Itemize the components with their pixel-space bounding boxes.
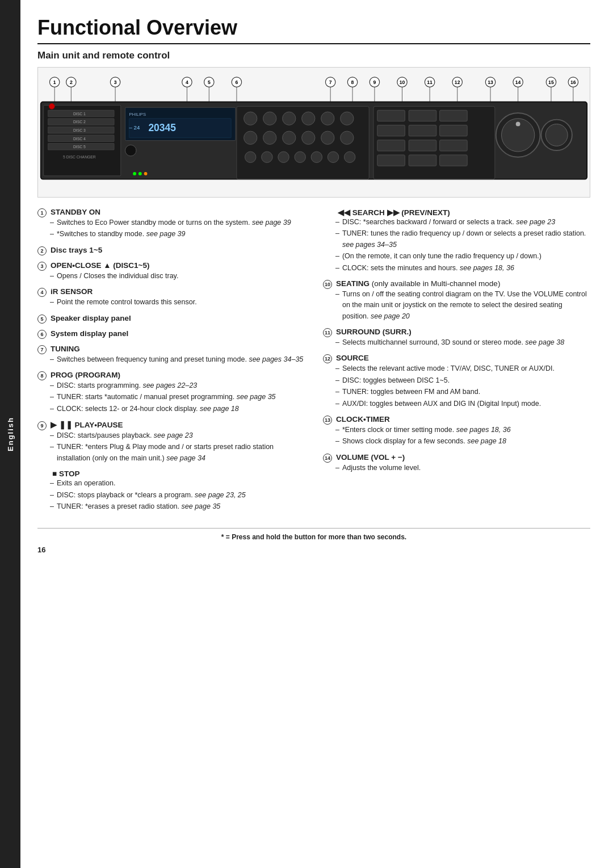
svg-point-76 [283,131,296,144]
svg-text:15: 15 [548,79,554,85]
stop-body: Exits an operation. DISC: stops playback… [37,478,305,512]
num-11: 11 [323,328,332,337]
num-2: 2 [37,246,47,255]
svg-text:7: 7 [329,79,332,85]
section-heading: Main unit and remote control [37,50,590,61]
svg-rect-91 [377,125,405,136]
num-10: 10 [323,280,332,289]
sidebar: English [0,0,20,868]
surround-label: SURROUND (SURR.) [336,328,412,336]
num-3: 3 [37,262,47,271]
sidebar-language-label: English [6,417,15,451]
feature-stop: ■ STOP Exits an operation. DISC: stops p… [37,469,305,512]
feature-title-seating: 10 SEATING (only available in Multi-chan… [323,279,590,289]
feature-title-tuning: 7 TUNING [37,345,305,354]
svg-point-108 [144,172,148,175]
tuning-body: Switches between frequency tuning and pr… [37,354,305,365]
num-5: 5 [37,315,47,324]
num-13: 13 [323,416,332,425]
svg-text:16: 16 [570,79,576,85]
svg-point-69 [263,112,276,125]
ir-label: iR SENSOR [51,287,93,296]
volume-label: VOLUME (VOL + −) [336,453,405,462]
search-item-1: DISC: *searches backward / forward or se… [335,217,590,228]
svg-point-79 [341,131,354,144]
svg-text:3: 3 [114,79,117,85]
feature-source: 12 SOURCE Selects the relevant active mo… [323,354,590,409]
feature-surround: 11 SURROUND (SURR.) Selects multichannel… [323,328,590,348]
svg-rect-94 [377,140,405,151]
svg-point-73 [341,112,354,125]
page-number: 16 [37,546,590,554]
num-9: 9 [37,421,47,430]
feature-seating: 10 SEATING (only available in Multi-chan… [323,279,590,322]
left-column: 1 STANDBY ON Switches to Eco Power stand… [37,208,305,518]
svg-text:DISC 3: DISC 3 [73,128,86,132]
svg-text:4: 4 [186,79,188,85]
num-7: 7 [37,345,47,354]
feature-system-display: 6 System display panel [37,329,305,339]
feature-title-speaker: 5 Speaker display panel [37,314,305,324]
feature-title-surround: 11 SURROUND (SURR.) [323,328,590,337]
search-body: DISC: *searches backward / forward or se… [323,217,590,274]
volume-item-1: Adjusts the volume level. [335,463,590,473]
prog-item-3: CLOCK: selects 12- or 24-hour clock disp… [50,404,305,414]
svg-text:12: 12 [455,79,460,85]
stop-item-1: Exits an operation. [50,478,305,489]
svg-text:9: 9 [373,79,376,85]
svg-point-68 [244,112,257,125]
svg-rect-89 [409,110,436,121]
num-4: 4 [37,288,47,297]
source-body: Selects the relevant active mode : TV/AV… [323,363,590,409]
svg-point-61 [49,103,54,109]
source-item-3: TUNER: toggles between FM and AM band. [335,387,590,397]
svg-text:14: 14 [515,79,521,85]
feature-title-source: 12 SOURCE [323,354,590,363]
feature-disc-trays: 2 Disc trays 1~5 [37,246,305,255]
svg-text:5 DISC CHANGER: 5 DISC CHANGER [63,155,96,159]
right-column: ◀◀ SEARCH ▶▶ (PREV/NEXT) DISC: *searches… [323,208,590,518]
svg-point-72 [321,112,334,125]
features-grid: 1 STANDBY ON Switches to Eco Power stand… [37,208,590,518]
standby-item-1: Switches to Eco Power standby mode or tu… [50,217,305,228]
svg-text:5: 5 [208,79,211,85]
svg-text:– 24: – 24 [129,124,140,131]
play-label: ▶ ❚❚ PLAY•PAUSE [51,420,123,429]
tuning-label: TUNING [51,345,80,353]
feature-title-system: 6 System display panel [37,329,305,339]
feature-volume: 14 VOLUME (VOL + −) Adjusts the volume l… [323,453,590,473]
svg-rect-96 [440,140,468,151]
feature-prog: 8 PROG (PROGRAM) DISC: starts programmin… [37,371,305,414]
svg-text:11: 11 [427,79,433,85]
tuning-item-1: Switches between frequency tuning and pr… [50,354,305,365]
feature-title-ir: 4 iR SENSOR [37,287,305,297]
seating-item-1: Turns on / off the seating control diagr… [335,289,590,322]
svg-point-107 [138,172,142,175]
svg-text:8: 8 [351,79,354,85]
search-item-3: (On the remote, it can only tune the rad… [335,251,590,262]
svg-text:DISC 4: DISC 4 [73,137,86,141]
svg-rect-105 [125,145,136,156]
svg-rect-64 [129,119,231,138]
main-content: Functional Overview Main unit and remote… [20,0,613,868]
device-svg: 1 2 3 4 5 6 7 8 9 10 [38,68,590,197]
svg-point-82 [278,152,289,162]
standby-body: Switches to Eco Power standby mode or tu… [37,217,305,240]
seating-label: SEATING (only available in Multi-channel… [336,279,500,288]
clock-body: *Enters clock or timer setting mode. see… [323,425,590,447]
search-label: ◀◀ SEARCH ▶▶ (PREV/NEXT) [338,208,450,217]
svg-text:13: 13 [488,79,493,85]
svg-text:DISC 2: DISC 2 [73,120,86,124]
disc-trays-label: Disc trays 1~5 [51,246,102,254]
svg-point-106 [133,172,136,175]
footer-note: * = Press and hold the button for more t… [37,528,590,541]
svg-rect-95 [409,140,436,151]
num-1: 1 [37,208,47,217]
feature-title-open-close: 3 OPEN•CLOSE ▲ (DISC1~5) [37,261,305,271]
open-close-label: OPEN•CLOSE ▲ (DISC1~5) [51,261,150,270]
ir-item-1: Point the remote control towards this se… [50,297,305,308]
prog-item-2: TUNER: starts *automatic / manual preset… [50,392,305,402]
clock-item-2: Shows clock display for a few seconds. s… [335,436,590,447]
svg-point-75 [263,131,276,144]
feature-title-play: 9 ▶ ❚❚ PLAY•PAUSE [37,420,305,430]
